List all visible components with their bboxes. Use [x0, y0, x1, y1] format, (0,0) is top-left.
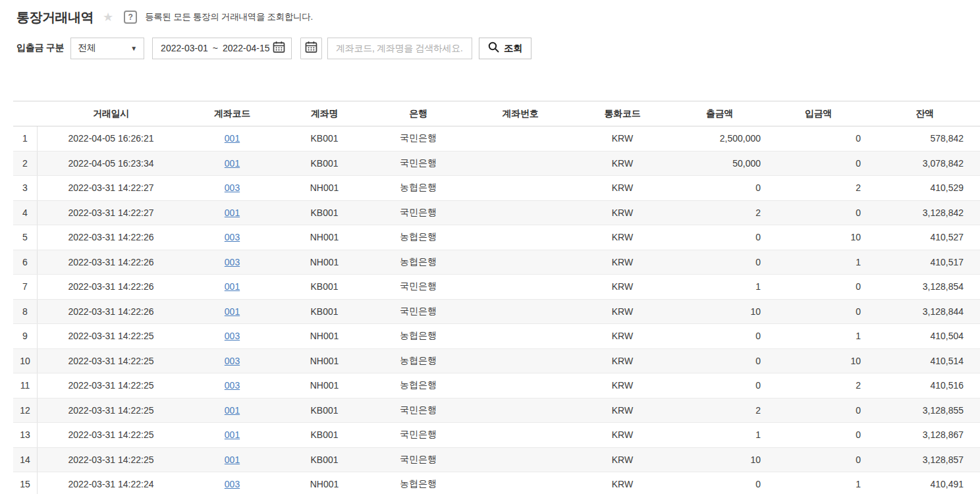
cell-deposit: 0 [767, 201, 869, 225]
header-account-name: 계좌명 [280, 101, 369, 126]
cell-account-number [468, 151, 573, 176]
cell-account-code: 001 [184, 151, 280, 176]
search-icon [488, 41, 499, 55]
account-code-link[interactable]: 001 [225, 281, 240, 292]
cell-deposit: 1 [767, 324, 869, 348]
cell-account-name: NH001 [280, 176, 369, 200]
cell-datetime: 2022-03-31 14:22:26 [38, 250, 184, 275]
cell-account-code: 003 [184, 225, 280, 250]
cell-datetime: 2022-03-31 14:22:24 [38, 472, 184, 494]
transaction-type-select[interactable]: 전체 ▼ [70, 38, 144, 59]
account-code-link[interactable]: 003 [225, 182, 240, 193]
account-code-link[interactable]: 003 [225, 331, 240, 341]
cell-balance: 410,504 [869, 324, 980, 348]
cell-currency-code: KRW [573, 250, 672, 275]
account-code-link[interactable]: 001 [225, 207, 240, 218]
cell-datetime: 2022-03-31 14:22:26 [38, 300, 184, 324]
transactions-table: 거래일시 계좌코드 계좌명 은행 계좌번호 통화코드 출금액 입금액 잔액 1 … [13, 101, 980, 494]
chevron-down-icon: ▼ [130, 45, 137, 52]
table-body: 1 2022-04-05 16:26:21 001 KB001 국민은행 KRW… [13, 126, 980, 494]
date-range-input[interactable]: 2022-03-01 ~ 2022-04-15 [152, 38, 292, 59]
cell-datetime: 2022-03-31 14:22:25 [38, 423, 184, 447]
cell-bank: 농협은행 [369, 472, 468, 494]
cell-row-number: 5 [13, 225, 38, 250]
cell-balance: 3,128,857 [869, 448, 980, 472]
cell-withdrawal: 0 [672, 472, 767, 494]
cell-bank: 국민은행 [369, 300, 468, 324]
help-icon[interactable]: ? [124, 11, 137, 24]
cell-account-code: 003 [184, 324, 280, 348]
cell-account-code: 003 [184, 472, 280, 494]
cell-account-number [468, 324, 573, 348]
account-code-link[interactable]: 003 [225, 232, 240, 242]
table-row: 15 2022-03-31 14:22:24 003 NH001 농협은행 KR… [13, 472, 980, 494]
cell-row-number: 12 [13, 398, 38, 423]
cell-balance: 578,842 [869, 126, 980, 151]
date-separator: ~ [213, 43, 218, 53]
table-row: 2 2022-04-05 16:23:34 001 KB001 국민은행 KRW… [13, 151, 980, 177]
table-row: 4 2022-03-31 14:22:27 001 KB001 국민은행 KRW… [13, 201, 980, 226]
cell-bank: 국민은행 [369, 423, 468, 447]
account-code-link[interactable]: 001 [225, 306, 240, 317]
table-row: 14 2022-03-31 14:22:25 001 KB001 국민은행 KR… [13, 448, 980, 473]
account-code-link[interactable]: 003 [225, 479, 240, 489]
cell-row-number: 13 [13, 423, 38, 447]
cell-withdrawal: 0 [672, 373, 767, 398]
header-currency-code: 통화코드 [573, 101, 672, 126]
header-datetime: 거래일시 [38, 101, 184, 126]
cell-withdrawal: 0 [672, 225, 767, 250]
cell-row-number: 11 [13, 373, 38, 398]
cell-withdrawal: 10 [672, 448, 767, 472]
cell-bank: 농협은행 [369, 349, 468, 373]
search-input[interactable] [327, 38, 472, 59]
table-row: 5 2022-03-31 14:22:26 003 NH001 농협은행 KRW… [13, 225, 980, 250]
calendar-icon[interactable] [273, 41, 285, 56]
cell-row-number: 9 [13, 324, 38, 348]
date-to: 2022-04-15 [223, 43, 270, 53]
cell-bank: 농협은행 [369, 250, 468, 275]
cell-account-name: KB001 [280, 275, 369, 299]
cell-withdrawal: 0 [672, 250, 767, 275]
cell-row-number: 14 [13, 448, 38, 472]
table-row: 10 2022-03-31 14:22:25 003 NH001 농협은행 KR… [13, 349, 980, 374]
cell-datetime: 2022-03-31 14:22:27 [38, 176, 184, 200]
cell-balance: 3,128,854 [869, 275, 980, 299]
favorite-star-icon[interactable]: ★ [103, 10, 113, 24]
cell-currency-code: KRW [573, 275, 672, 299]
account-code-link[interactable]: 001 [225, 429, 240, 440]
cell-bank: 국민은행 [369, 275, 468, 299]
cell-bank: 국민은행 [369, 126, 468, 151]
cell-deposit: 2 [767, 176, 869, 200]
cell-account-number [468, 126, 573, 151]
search-button[interactable]: 조회 [479, 38, 531, 59]
header-balance: 잔액 [869, 101, 980, 126]
account-code-link[interactable]: 001 [225, 133, 240, 144]
page-description: 등록된 모든 통장의 거래내역을 조회합니다. [145, 11, 313, 23]
account-code-link[interactable]: 001 [225, 405, 240, 416]
page-header: 통장거래내역 ★ ? 등록된 모든 통장의 거래내역을 조회합니다. [0, 0, 980, 26]
cell-withdrawal: 2 [672, 201, 767, 225]
calendar-icon [305, 41, 317, 56]
cell-currency-code: KRW [573, 373, 672, 398]
account-code-link[interactable]: 003 [225, 356, 240, 366]
cell-bank: 농협은행 [369, 324, 468, 348]
header-account-number: 계좌번호 [468, 101, 573, 126]
cell-account-code: 003 [184, 349, 280, 373]
cell-account-code: 001 [184, 275, 280, 299]
account-code-link[interactable]: 001 [225, 454, 240, 465]
account-code-link[interactable]: 001 [225, 158, 240, 169]
cell-account-name: NH001 [280, 225, 369, 250]
calendar-button[interactable] [300, 38, 322, 59]
cell-deposit: 10 [767, 349, 869, 373]
account-code-link[interactable]: 003 [225, 380, 240, 391]
cell-deposit: 2 [767, 373, 869, 398]
table-row: 12 2022-03-31 14:22:25 001 KB001 국민은행 KR… [13, 398, 980, 424]
cell-account-code: 001 [184, 300, 280, 324]
cell-balance: 3,078,842 [869, 151, 980, 176]
cell-balance: 3,128,867 [869, 423, 980, 447]
cell-bank: 국민은행 [369, 448, 468, 472]
cell-deposit: 1 [767, 250, 869, 275]
cell-account-number [468, 201, 573, 225]
cell-account-name: NH001 [280, 349, 369, 373]
account-code-link[interactable]: 003 [225, 257, 240, 267]
